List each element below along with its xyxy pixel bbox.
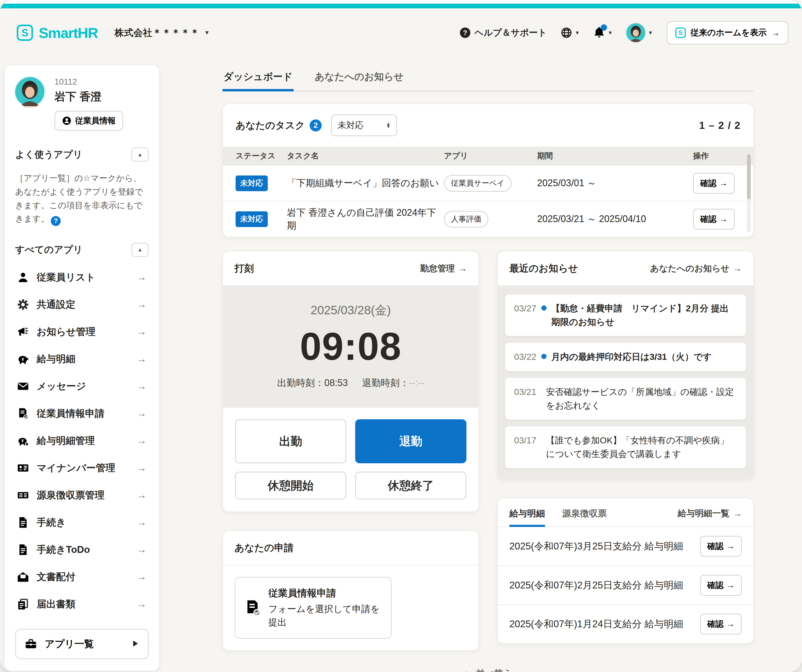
tab-payslip[interactable]: 給与明細 bbox=[509, 508, 545, 526]
task-period: 2025/03/21 ～ 2025/04/10 bbox=[537, 213, 693, 225]
favorite-apps-collapse-button[interactable]: ▲ bbox=[131, 147, 149, 162]
chevron-down-icon: ▼ bbox=[575, 30, 580, 36]
announcement-item[interactable]: 03/27 【勤怠・経費申請 リマインド】2月分 提出期限のお知らせ bbox=[505, 295, 746, 336]
announcement-item[interactable]: 03/17 【誰でも参加OK】「女性特有の不調や疾病」について衛生委員会で講義し… bbox=[505, 426, 746, 468]
chevron-up-icon: ▲ bbox=[137, 152, 143, 158]
sidebar-item-document-distribution[interactable]: 文書配付 → bbox=[15, 564, 149, 591]
announcement-item[interactable]: 03/22 月内の最終押印対応日は3/31（火）です bbox=[505, 343, 746, 371]
help-icon[interactable]: ? bbox=[51, 216, 61, 226]
confirm-button[interactable]: 確認 → bbox=[700, 575, 742, 596]
task-status-filter-value: 未対応 bbox=[338, 120, 364, 131]
payslip-list-link[interactable]: 給与明細一覧 → bbox=[677, 508, 742, 526]
legacy-home-button[interactable]: S 従来のホームを表示 → bbox=[667, 21, 788, 45]
sidebar-item-messages[interactable]: メッセージ → bbox=[15, 372, 149, 400]
sidebar-item-mynumber-admin[interactable]: マイナンバー管理 → bbox=[15, 454, 149, 482]
confirm-button[interactable]: 確認 → bbox=[700, 614, 742, 635]
confirm-button[interactable]: 確認 → bbox=[693, 209, 735, 230]
language-menu[interactable]: ▼ bbox=[561, 27, 580, 39]
avatar-photo bbox=[626, 23, 645, 42]
app-label: 従業員情報申請 bbox=[37, 407, 104, 420]
person-icon bbox=[17, 272, 29, 283]
announcement-item[interactable]: 03/21 安否確認サービスの「所属地域」の確認・設定をお忘れなく bbox=[505, 378, 746, 419]
sidebar-item-employee-list[interactable]: 従業員リスト → bbox=[15, 264, 149, 291]
sidebar-item-payslip-admin[interactable]: 給与明細管理 → bbox=[15, 427, 149, 454]
your-notifications-link[interactable]: あなたへのお知らせ → bbox=[650, 263, 742, 274]
employee-info-label: 従業員情報 bbox=[75, 115, 116, 126]
confirm-button[interactable]: 確認 → bbox=[693, 173, 735, 194]
announcements-list: 03/27 【勤怠・経費申請 リマインド】2月分 提出期限のお知らせ 03/22… bbox=[498, 285, 753, 479]
app-label: 手続き bbox=[37, 516, 66, 529]
announcement-date: 03/17 bbox=[514, 434, 539, 447]
clock-in-label: 出勤時刻： bbox=[277, 377, 324, 388]
person-circle-icon bbox=[62, 116, 71, 125]
left-column: 打刻 勤怠管理 → 2025/03/28(金) 09:08 出勤時刻：08:53 bbox=[223, 251, 479, 651]
timeclock-header: 打刻 勤怠管理 → bbox=[223, 251, 479, 285]
account-menu[interactable]: ▼ bbox=[626, 23, 653, 42]
col-action: 操作 bbox=[693, 151, 743, 161]
clock-in-button[interactable]: 出勤 bbox=[235, 419, 346, 463]
request-tile-title: 従業員情報申請 bbox=[268, 587, 382, 600]
payslip-tabs: 給与明細 源泉徴収票 給与明細一覧 → bbox=[498, 498, 753, 527]
sidebar-item-procedures[interactable]: 手続き → bbox=[15, 509, 149, 536]
sidebar-item-submitted-documents[interactable]: 届出書類 → bbox=[15, 591, 149, 618]
task-row: 未対応 「下期組織サーベイ」回答のお願い 従業員サーベイ 2025/03/01 … bbox=[223, 165, 753, 201]
piggy-bank-icon bbox=[17, 353, 29, 365]
tab-dashboard[interactable]: ダッシュボード bbox=[223, 66, 294, 91]
timeclock-title: 打刻 bbox=[234, 262, 254, 275]
employee-avatar bbox=[15, 77, 45, 107]
tab-withholding-slip[interactable]: 源泉徴収票 bbox=[562, 508, 607, 526]
chevron-right-icon: ▶ bbox=[132, 639, 139, 648]
payslip-row: 2025(令和07年)2月25日支給分 給与明細 確認 → bbox=[498, 566, 753, 604]
clock-out-button[interactable]: 退勤 bbox=[355, 419, 466, 463]
sort-updown-icon: ↕ bbox=[464, 668, 469, 672]
app-label: 源泉徴収票管理 bbox=[37, 489, 104, 502]
col-task-name: タスク名 bbox=[287, 151, 444, 161]
app-list-button[interactable]: アプリ一覧 ▶ bbox=[15, 629, 149, 659]
app-tag: 従業員サーベイ bbox=[444, 175, 512, 192]
clock-date: 2025/03/28(金) bbox=[223, 302, 479, 319]
smarthr-logo[interactable]: S SmartHR bbox=[17, 24, 98, 41]
confirm-label: 確認 bbox=[707, 541, 723, 552]
scrollbar-thumb[interactable] bbox=[747, 154, 751, 199]
announcement-text: 【勤怠・経費申請 リマインド】2月分 提出期限のお知らせ bbox=[551, 302, 737, 329]
smarthr-logo-text: SmartHR bbox=[39, 24, 98, 41]
clock-in-out-times: 出勤時刻：08:53 退勤時刻：--:-- bbox=[223, 377, 479, 389]
company-name: 株式会社＊＊＊＊＊ bbox=[115, 26, 199, 39]
payslip-title: 2025(令和07年)2月25日支給分 給与明細 bbox=[509, 579, 683, 592]
legacy-home-label: 従来のホームを表示 bbox=[690, 27, 766, 39]
id-card-icon bbox=[17, 462, 29, 474]
attendance-admin-link[interactable]: 勤怠管理 → bbox=[420, 263, 467, 274]
task-status-filter[interactable]: 未対応 ▲▼ bbox=[331, 115, 397, 136]
tab-your-notifications[interactable]: あなたへのお知らせ bbox=[314, 66, 405, 91]
company-selector[interactable]: 株式会社＊＊＊＊＊ ▼ bbox=[115, 26, 210, 39]
clock-out-value: --:-- bbox=[409, 377, 424, 388]
break-start-button[interactable]: 休憩開始 bbox=[235, 472, 346, 499]
arrow-right-icon: → bbox=[137, 571, 147, 583]
sidebar-item-announcement-admin[interactable]: お知らせ管理 → bbox=[15, 318, 149, 345]
break-end-button[interactable]: 休憩終了 bbox=[355, 472, 466, 499]
your-notifications-label: あなたへのお知らせ bbox=[650, 263, 729, 274]
sidebar-item-payslip[interactable]: 給与明細 → bbox=[15, 345, 149, 372]
all-apps-collapse-button[interactable]: ▲ bbox=[131, 243, 149, 257]
notifications-menu[interactable]: ▼ bbox=[593, 26, 613, 39]
clock-out-label: 退勤時刻： bbox=[362, 377, 409, 388]
clock-in-value: 08:53 bbox=[324, 377, 348, 388]
confirm-button[interactable]: 確認 → bbox=[700, 536, 742, 557]
sidebar-item-withholding-admin[interactable]: 源泉徴収票管理 → bbox=[15, 482, 149, 509]
main-content: ダッシュボード あなたへのお知らせ あなたのタスク 2 未対応 ▲▼ 1 – 2… bbox=[223, 65, 754, 672]
sort-divider: ↕ 並べ替え bbox=[223, 667, 754, 672]
main-tabs: ダッシュボード あなたへのお知らせ bbox=[223, 65, 754, 91]
app-label: 給与明細管理 bbox=[37, 434, 95, 447]
app-header: S SmartHR 株式会社＊＊＊＊＊ ▼ ? ヘルプ＆サポート ▼ ▼ bbox=[0, 8, 802, 57]
sidebar-item-employee-info-request[interactable]: 従業員情報申請 → bbox=[15, 400, 149, 427]
help-support-link[interactable]: ? ヘルプ＆サポート bbox=[460, 27, 547, 39]
employee-info-button[interactable]: 従業員情報 bbox=[55, 111, 123, 131]
avatar-photo bbox=[15, 77, 45, 106]
sort-label[interactable]: 並べ替え bbox=[476, 667, 512, 672]
sidebar-item-procedures-todo[interactable]: 手続きToDo → bbox=[15, 536, 149, 564]
sidebar-item-common-settings[interactable]: 共通設定 → bbox=[15, 291, 149, 318]
tasks-pagination: 1 – 2 / 2 bbox=[699, 120, 741, 131]
tasks-scrollbar[interactable] bbox=[747, 154, 751, 232]
employee-info-request-tile[interactable]: 従業員情報申請 フォームを選択して申請を提出 bbox=[234, 577, 391, 639]
clock-panel: 2025/03/28(金) 09:08 出勤時刻：08:53 退勤時刻：--:-… bbox=[223, 285, 479, 408]
